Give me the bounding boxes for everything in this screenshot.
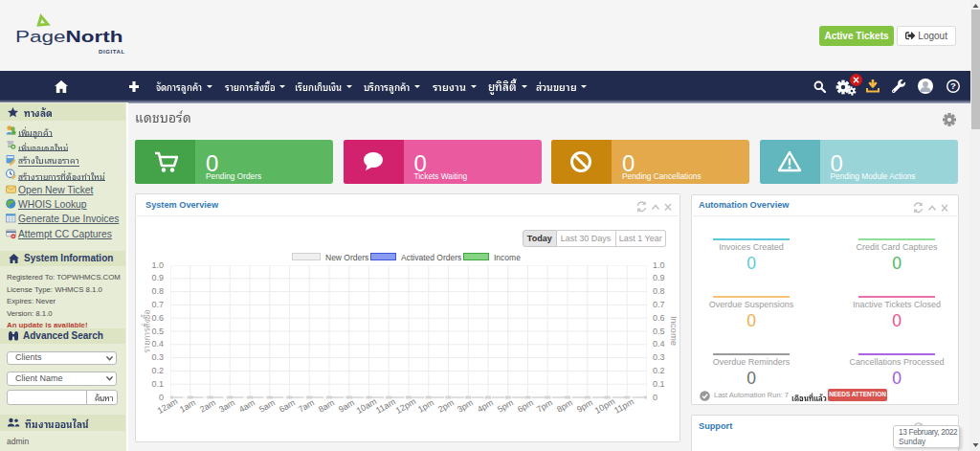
svg-text:?: ?	[950, 80, 956, 91]
